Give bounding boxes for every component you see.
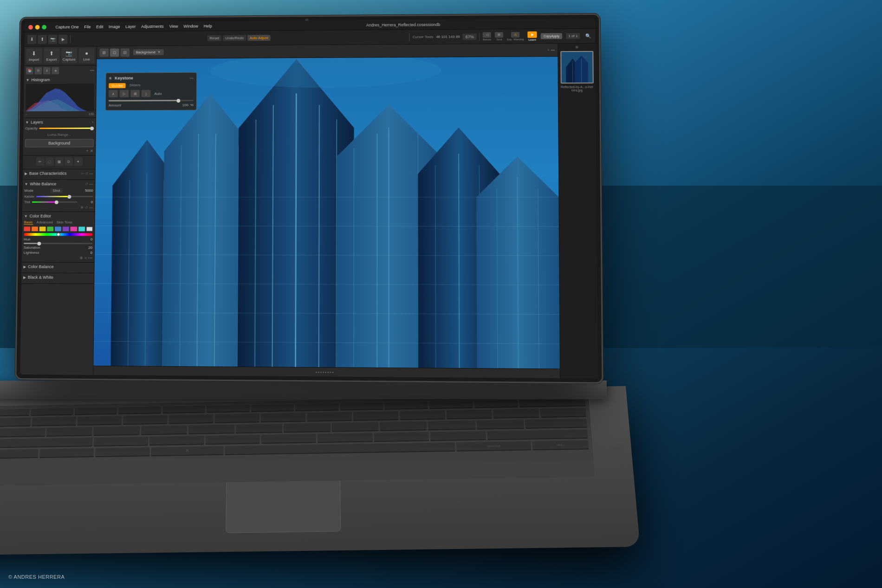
menu-item-view[interactable]: View	[169, 24, 178, 28]
single-view-icon[interactable]: □	[110, 48, 119, 57]
opacity-slider[interactable]	[39, 128, 94, 129]
fn-key[interactable]	[118, 407, 161, 414]
heal-tool[interactable]: ✦	[74, 157, 82, 166]
fn-key[interactable]	[75, 407, 117, 415]
key-r[interactable]	[169, 414, 213, 424]
minimize-button[interactable]	[35, 25, 40, 29]
caps-key[interactable]	[0, 428, 45, 438]
delete-key[interactable]	[519, 399, 585, 407]
fn-key[interactable]	[0, 409, 30, 417]
menu-item-window[interactable]: Window	[183, 24, 198, 28]
color-tab-advanced[interactable]: Advanced	[37, 220, 53, 225]
key-z[interactable]	[94, 437, 148, 446]
spacebar[interactable]	[225, 442, 455, 455]
fn-key[interactable]	[295, 403, 338, 411]
before-button[interactable]: ◁ Before	[483, 32, 491, 41]
fn-modifier[interactable]	[0, 449, 39, 459]
swatch-blue[interactable]	[55, 226, 61, 231]
key-m[interactable]	[430, 431, 486, 441]
metadata-icon[interactable]: ℹ	[43, 67, 51, 75]
learn-button[interactable]: ▶ Learn	[527, 32, 537, 41]
swatch-yellow[interactable]	[39, 226, 46, 231]
tab-key[interactable]	[0, 418, 31, 427]
grid-view-icon[interactable]: ⊞	[99, 48, 109, 57]
color-balance-header[interactable]: ▶ Color Balance	[23, 265, 92, 269]
swatch-pink[interactable]	[71, 226, 77, 231]
wb-eyedropper[interactable]: ✱ ↺ •••	[81, 206, 93, 210]
close-button[interactable]	[28, 25, 33, 29]
maximize-button[interactable]	[42, 25, 46, 29]
fn-key[interactable]	[340, 403, 383, 411]
bw-header[interactable]: ▶ Black & White	[23, 275, 92, 279]
tint-slider[interactable]	[32, 201, 78, 203]
luma-range[interactable]: Luma Range...	[25, 132, 94, 138]
key-h[interactable]	[284, 423, 330, 433]
layer-delete-btn[interactable]: ✕	[90, 149, 94, 153]
capture-button[interactable]: 📷 Capture	[61, 48, 77, 63]
selected-thumbnail[interactable]	[560, 51, 594, 84]
capture-icon[interactable]: 📷	[48, 35, 57, 44]
undo-redo-button[interactable]: Undo/Redo	[223, 35, 246, 41]
library-icon[interactable]: 📚	[26, 67, 33, 75]
key-f[interactable]	[188, 425, 235, 434]
key-ae[interactable]	[493, 409, 539, 419]
more-options-icon[interactable]: •••	[90, 68, 94, 73]
swatch-all[interactable]	[86, 226, 92, 231]
shift-left-key[interactable]	[0, 438, 93, 448]
swatch-orange[interactable]	[32, 226, 38, 231]
key-j[interactable]	[332, 422, 379, 432]
swatch-cyan[interactable]	[78, 226, 85, 231]
hue-gradient-slider[interactable]	[24, 233, 92, 236]
clone-tool[interactable]: ⊙	[65, 157, 73, 166]
key-w[interactable]	[77, 416, 122, 426]
canvas-more-icon[interactable]: •••	[551, 48, 555, 52]
output-icon[interactable]: ◈	[52, 67, 59, 74]
option-key[interactable]	[95, 447, 149, 457]
layers-add-icon[interactable]: +	[91, 120, 94, 124]
menu-item-capture-one[interactable]: Capture One	[55, 25, 78, 29]
brush-tool[interactable]: ✏	[36, 157, 44, 166]
swatch-green[interactable]	[47, 226, 54, 231]
key-c[interactable]	[205, 435, 260, 445]
key-e[interactable]	[123, 415, 168, 425]
cmd-right-key[interactable]: command	[456, 441, 531, 452]
reset-button[interactable]: Reset	[208, 35, 222, 41]
kp-tool-1[interactable]: ∧	[109, 90, 118, 97]
hue-thumb[interactable]	[56, 233, 60, 236]
fn-key[interactable]	[31, 408, 73, 416]
menu-item-edit[interactable]: Edit	[96, 24, 103, 29]
menu-item-layer[interactable]: Layer	[125, 24, 136, 29]
color-tab-basic[interactable]: Basic	[24, 220, 33, 225]
live-icon[interactable]: ▶	[58, 34, 68, 44]
kp-auto-label[interactable]: Auto	[154, 91, 162, 96]
key-k[interactable]	[380, 421, 427, 431]
key-n[interactable]	[374, 432, 429, 442]
key-y[interactable]	[261, 413, 306, 423]
cmd-left-key[interactable]: ⌘	[151, 446, 224, 456]
shift-right-key[interactable]	[487, 429, 588, 440]
key-s[interactable]	[93, 426, 140, 436]
eraser-tool[interactable]: ◌	[45, 157, 54, 166]
menu-item-adjustments[interactable]: Adjustments	[141, 24, 164, 29]
key-x[interactable]	[149, 436, 204, 446]
key-p[interactable]	[446, 410, 492, 420]
export-button[interactable]: ⬆ Export	[44, 48, 59, 63]
kp-tool-3[interactable]: ⊞	[130, 90, 140, 97]
adjustments-icon[interactable]: ⚙	[34, 67, 42, 75]
copy-apply-button[interactable]: CopyApply	[541, 33, 562, 39]
kp-expand-icon[interactable]: ✱	[109, 76, 112, 80]
fn-key[interactable]	[207, 405, 250, 413]
fn-key[interactable]	[429, 401, 473, 409]
canvas-add-icon[interactable]: +	[547, 48, 550, 52]
key-u[interactable]	[307, 412, 352, 422]
key-v[interactable]	[261, 434, 316, 444]
fn-key[interactable]	[384, 402, 428, 410]
gradient-tool[interactable]: ▦	[55, 157, 63, 166]
import-icon[interactable]: ⬇	[27, 35, 37, 44]
base-char-header[interactable]: ▶ Base Characteristics ✏ ↺ •••	[25, 171, 93, 176]
key-oe[interactable]	[476, 420, 524, 430]
key-d[interactable]	[141, 426, 187, 435]
swatch-purple[interactable]	[63, 226, 69, 231]
menu-item-image[interactable]: Image	[109, 24, 120, 29]
kp-tool-2[interactable]: ▷	[120, 90, 129, 97]
